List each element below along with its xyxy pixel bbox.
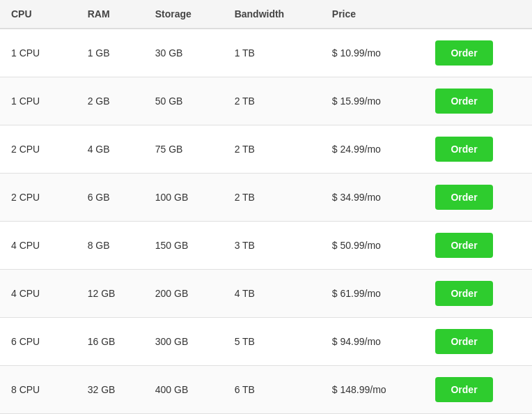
cell-price: $ 34.99/mo [321,174,425,222]
cell-ram: 1 GB [77,29,144,77]
cell-price: $ 50.99/mo [321,222,425,270]
cell-storage: 150 GB [144,222,224,270]
header-cpu: CPU [0,0,77,29]
cell-cpu: 6 CPU [0,318,77,366]
table-row: 2 CPU6 GB100 GB2 TB$ 34.99/moOrder [0,174,532,222]
table-header-row: CPU RAM Storage Bandwidth Price [0,0,532,29]
order-button[interactable]: Order [435,281,492,306]
cell-storage: 30 GB [144,29,224,77]
cell-cpu: 2 CPU [0,125,77,174]
order-button-cell: Order [424,125,532,174]
table-row: 4 CPU12 GB200 GB4 TB$ 61.99/moOrder [0,270,532,318]
cell-bandwidth: 2 TB [224,125,321,174]
cell-cpu: 2 CPU [0,174,77,222]
header-ram: RAM [77,0,144,29]
cell-storage: 50 GB [144,77,224,125]
cell-bandwidth: 2 TB [224,174,321,222]
table-row: 1 CPU2 GB50 GB2 TB$ 15.99/moOrder [0,77,532,125]
order-button-cell: Order [424,174,532,222]
order-button[interactable]: Order [435,137,492,162]
cell-cpu: 4 CPU [0,222,77,270]
cell-ram: 6 GB [77,174,144,222]
cell-price: $ 61.99/mo [321,270,425,318]
order-button-cell: Order [424,77,532,125]
order-button-cell: Order [424,318,532,366]
cell-price: $ 24.99/mo [321,125,425,174]
order-button[interactable]: Order [435,233,492,258]
order-button[interactable]: Order [435,377,492,402]
cell-cpu: 4 CPU [0,270,77,318]
cell-ram: 8 GB [77,222,144,270]
table-row: 6 CPU16 GB300 GB5 TB$ 94.99/moOrder [0,318,532,366]
cell-cpu: 8 CPU [0,366,77,414]
pricing-table: CPU RAM Storage Bandwidth Price 1 CPU1 G… [0,0,532,414]
header-action [424,0,532,29]
cell-ram: 12 GB [77,270,144,318]
order-button[interactable]: Order [435,185,492,210]
header-bandwidth: Bandwidth [224,0,321,29]
cell-bandwidth: 1 TB [224,29,321,77]
cell-ram: 4 GB [77,125,144,174]
cell-cpu: 1 CPU [0,77,77,125]
cell-ram: 2 GB [77,77,144,125]
order-button-cell: Order [424,366,532,414]
cell-bandwidth: 2 TB [224,77,321,125]
table-row: 8 CPU32 GB400 GB6 TB$ 148.99/moOrder [0,366,532,414]
cell-bandwidth: 3 TB [224,222,321,270]
order-button-cell: Order [424,270,532,318]
cell-bandwidth: 4 TB [224,270,321,318]
order-button[interactable]: Order [435,40,492,66]
cell-bandwidth: 6 TB [224,366,321,414]
table-row: 1 CPU1 GB30 GB1 TB$ 10.99/moOrder [0,29,532,77]
order-button[interactable]: Order [435,329,492,354]
cell-cpu: 1 CPU [0,29,77,77]
cell-bandwidth: 5 TB [224,318,321,366]
cell-storage: 400 GB [144,366,224,414]
cell-price: $ 94.99/mo [321,318,425,366]
header-price: Price [321,0,425,29]
order-button[interactable]: Order [435,89,492,114]
cell-price: $ 10.99/mo [321,29,425,77]
cell-ram: 32 GB [77,366,144,414]
cell-ram: 16 GB [77,318,144,366]
cell-storage: 100 GB [144,174,224,222]
cell-storage: 300 GB [144,318,224,366]
order-button-cell: Order [424,29,532,77]
order-button-cell: Order [424,222,532,270]
cell-storage: 200 GB [144,270,224,318]
cell-storage: 75 GB [144,125,224,174]
cell-price: $ 148.99/mo [321,366,425,414]
table-row: 2 CPU4 GB75 GB2 TB$ 24.99/moOrder [0,125,532,174]
table-row: 4 CPU8 GB150 GB3 TB$ 50.99/moOrder [0,222,532,270]
header-storage: Storage [144,0,224,29]
cell-price: $ 15.99/mo [321,77,425,125]
